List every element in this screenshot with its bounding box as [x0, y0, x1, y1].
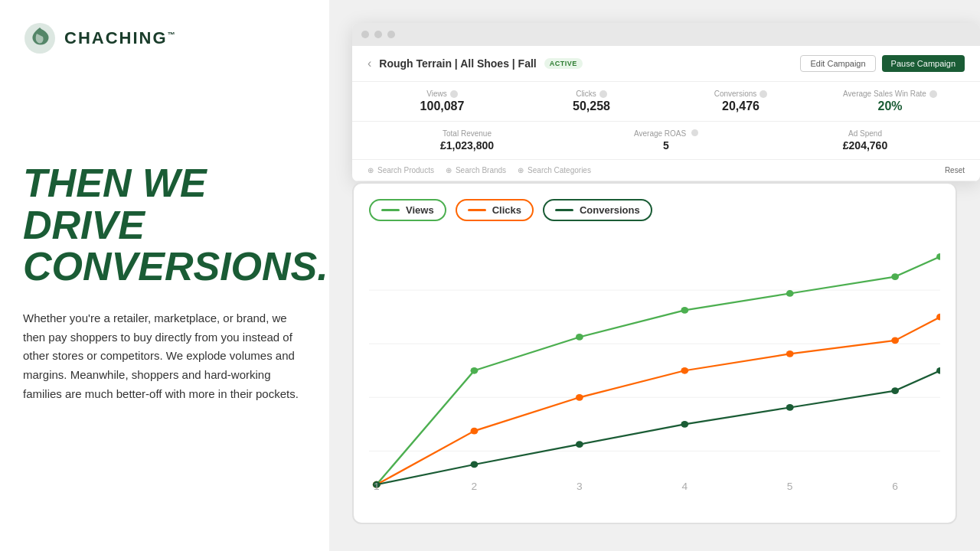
search-icon-categories: ⊕: [518, 166, 524, 174]
views-line-icon: [381, 209, 400, 211]
info-icon-roas: [691, 129, 698, 136]
svg-text:2: 2: [472, 481, 478, 491]
search-row: ⊕ Search Products ⊕ Search Brands ⊕ Sear…: [352, 160, 980, 181]
legend-clicks-button[interactable]: Clicks: [456, 199, 534, 221]
svg-point-13: [471, 428, 479, 435]
svg-point-16: [786, 350, 794, 357]
right-panel: ‹ Rough Terrain | All Shoes | Fall ACTIV…: [329, 0, 980, 551]
search-icon-brands: ⊕: [446, 166, 452, 174]
revenue-adspend-value: £204,760: [766, 139, 965, 152]
revenue-roas-label: Average ROAS: [567, 129, 766, 138]
svg-point-20: [471, 461, 479, 468]
legend-conversions-button[interactable]: Conversions: [543, 199, 652, 221]
stat-winrate-value: 20%: [815, 99, 965, 113]
svg-text:3: 3: [577, 481, 583, 491]
stat-views-label: Views: [368, 90, 517, 98]
revenue-roas: Average ROAS 5: [567, 129, 766, 152]
browser-bar: [352, 23, 980, 46]
search-categories[interactable]: ⊕ Search Categories: [518, 166, 591, 174]
svg-point-9: [786, 290, 794, 297]
svg-text:6: 6: [892, 481, 898, 491]
svg-point-10: [891, 273, 899, 280]
chart-area: 1 APRIL 2 3 4 5 6: [369, 236, 940, 491]
back-icon[interactable]: ‹: [368, 57, 371, 70]
active-badge: ACTIVE: [544, 58, 583, 69]
pause-campaign-button[interactable]: Pause Campaign: [882, 55, 965, 72]
stats-row: Views 100,087 Clicks 50,258 Conversions …: [352, 82, 980, 122]
stat-winrate: Average Sales Win Rate 20%: [815, 90, 965, 113]
stat-clicks-value: 50,258: [517, 99, 666, 113]
revenue-roas-value: 5: [567, 139, 766, 152]
stat-views-value: 100,087: [368, 99, 517, 113]
stat-clicks: Clicks 50,258: [517, 90, 666, 113]
stat-conversions-label: Conversions: [666, 90, 815, 98]
revenue-total-value: £1,023,800: [368, 139, 567, 152]
stat-conversions: Conversions 20,476: [666, 90, 815, 113]
revenue-adspend: Ad Spend £204,760: [766, 129, 965, 152]
info-icon-clicks: [599, 90, 607, 98]
chart-legend: Views Clicks Conversions: [369, 199, 940, 221]
campaign-header: ‹ Rough Terrain | All Shoes | Fall ACTIV…: [352, 46, 980, 82]
svg-point-17: [891, 337, 899, 344]
browser-dot-2: [374, 31, 382, 38]
svg-point-8: [681, 307, 688, 314]
svg-point-22: [681, 421, 688, 428]
search-brands[interactable]: ⊕ Search Brands: [446, 166, 506, 174]
search-products[interactable]: ⊕ Search Products: [368, 166, 434, 174]
stat-clicks-label: Clicks: [517, 90, 666, 98]
reset-button[interactable]: Reset: [945, 166, 965, 174]
svg-point-23: [786, 404, 794, 411]
stat-conversions-value: 20,476: [666, 99, 815, 113]
chart-svg: 1 APRIL 2 3 4 5 6: [369, 236, 940, 491]
body-text: Whether you're a retailer, marketplace, …: [23, 309, 306, 404]
svg-point-14: [576, 394, 583, 401]
info-icon-winrate: [929, 90, 937, 98]
legend-conversions-label: Conversions: [580, 204, 640, 216]
info-icon-views: [450, 90, 458, 98]
headline: THEN WE DRIVE CONVERSIONS.: [23, 162, 306, 288]
chart-panel: Views Clicks Conversions: [352, 182, 957, 524]
logo-text: CHACHING™: [64, 28, 177, 48]
campaign-buttons: Edit Campaign Pause Campaign: [800, 55, 965, 72]
svg-point-6: [471, 367, 479, 374]
legend-views-button[interactable]: Views: [369, 199, 446, 221]
svg-point-7: [576, 334, 583, 341]
legend-views-label: Views: [406, 204, 434, 216]
revenue-row: Total Revenue £1,023,800 Average ROAS 5 …: [352, 122, 980, 160]
logo-area: CHACHING™: [23, 21, 306, 55]
svg-text:5: 5: [787, 481, 793, 491]
legend-clicks-label: Clicks: [492, 204, 521, 216]
info-icon-conversions: [760, 90, 767, 98]
svg-point-15: [681, 367, 688, 374]
stat-views: Views 100,087: [368, 90, 517, 113]
conversions-line-icon: [555, 209, 573, 211]
left-panel: CHACHING™ THEN WE DRIVE CONVERSIONS. Whe…: [0, 0, 329, 551]
svg-point-21: [576, 441, 583, 448]
svg-text:4: 4: [681, 481, 688, 491]
browser-dot-1: [361, 31, 369, 38]
svg-point-24: [891, 387, 899, 394]
clicks-line-icon: [468, 209, 486, 211]
revenue-adspend-label: Ad Spend: [766, 129, 965, 138]
browser-window: ‹ Rough Terrain | All Shoes | Fall ACTIV…: [352, 23, 980, 181]
edit-campaign-button[interactable]: Edit Campaign: [800, 55, 875, 72]
campaign-title: Rough Terrain | All Shoes | Fall: [379, 57, 536, 70]
revenue-total: Total Revenue £1,023,800: [368, 129, 567, 152]
search-icon-products: ⊕: [368, 166, 374, 174]
browser-dot-3: [387, 31, 395, 38]
logo-icon: [23, 21, 57, 55]
stat-winrate-label: Average Sales Win Rate: [815, 90, 965, 98]
campaign-nav: ‹ Rough Terrain | All Shoes | Fall ACTIV…: [368, 57, 583, 70]
revenue-total-label: Total Revenue: [368, 129, 567, 138]
svg-text:1: 1: [374, 481, 380, 491]
